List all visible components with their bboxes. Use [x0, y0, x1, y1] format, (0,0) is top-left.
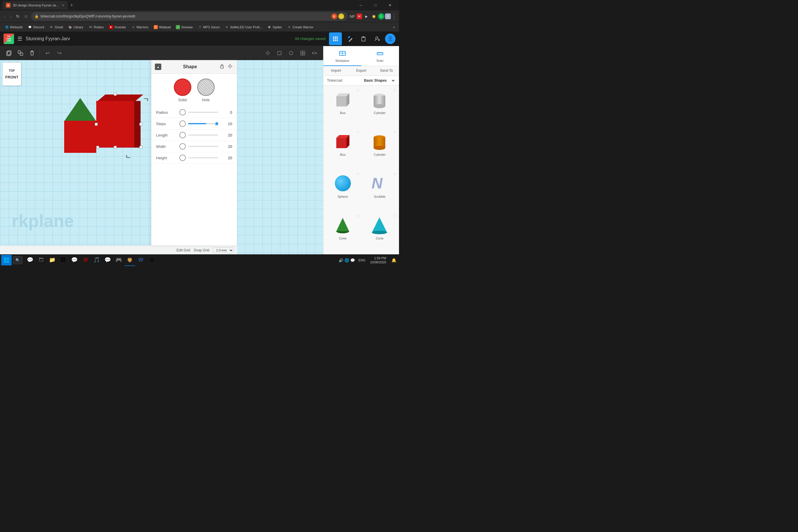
taskbar-clock[interactable]: 1:59 PM 10/08/2020 — [368, 256, 388, 265]
panel-collapse-button[interactable]: ▲ — [155, 63, 161, 70]
height-slider-track[interactable] — [188, 157, 218, 158]
taskbar-app-minecraft[interactable]: 🎮 — [113, 254, 124, 266]
taskbar-app-netflix[interactable]: N — [80, 254, 91, 266]
taskbar-app-brave[interactable]: 🦁 — [125, 254, 135, 266]
shape-item-grey-box[interactable]: ☆ Box — [325, 87, 361, 128]
shape-item-pyramid[interactable]: ☆ Cone — [362, 212, 398, 253]
width-slider-track[interactable] — [188, 146, 218, 147]
bookmark-seesaw[interactable]: S Seesaw — [173, 24, 195, 30]
tinker-button[interactable] — [343, 32, 356, 45]
shape-item-scribble[interactable]: ☆ N Scribble — [362, 170, 398, 211]
bookmark-star-button[interactable]: ☆ — [22, 13, 30, 20]
selection-handle-bl[interactable] — [96, 146, 99, 149]
bookmark-createwarrior[interactable]: ✕ Create Warrior — [285, 24, 316, 30]
taskbar-app-photos[interactable]: 🖼 — [58, 254, 69, 266]
speaker-icon[interactable]: 🔊 — [339, 258, 343, 263]
forward-button[interactable]: › — [8, 13, 14, 20]
rotation-handle[interactable] — [143, 97, 149, 104]
length-circle-input[interactable] — [179, 132, 186, 138]
group-tool-button[interactable] — [298, 48, 308, 58]
taskbar-app-spotify[interactable]: 🎵 — [91, 254, 102, 266]
bookmark-spider[interactable]: 🕷 Spider — [265, 24, 284, 30]
extensions-menu-button[interactable]: ⋮ — [392, 13, 397, 20]
notification-button[interactable]: 🔔 — [390, 254, 398, 266]
send-to-button[interactable]: Send To — [374, 66, 399, 76]
import-button[interactable]: Import — [323, 66, 348, 76]
hamburger-menu-button[interactable]: ☰ — [18, 36, 22, 42]
maximize-button[interactable]: □ — [369, 0, 382, 11]
steps-slider-track[interactable] — [188, 123, 218, 124]
radius-circle-input[interactable] — [179, 109, 186, 115]
grey-cylinder-star-btn[interactable]: ☆ — [393, 88, 397, 93]
taskbar-search-box[interactable]: 🔍 — [13, 256, 22, 264]
export-button[interactable]: Export — [348, 66, 374, 76]
taskbar-app-discord2[interactable]: 💬 — [102, 254, 113, 266]
shape-item-red-box[interactable]: ☆ Box — [325, 128, 361, 169]
active-tab[interactable]: 🏠 3D design Stunning Fyyran-Jarv | T × — [2, 1, 68, 10]
workplane-tool-button[interactable]: Workplane — [323, 46, 361, 66]
bookmark-youtube[interactable]: ▶ Youtube — [107, 24, 128, 30]
bookmark-wattpad[interactable]: W Wattpad — [151, 24, 173, 30]
panel-light-button[interactable] — [227, 63, 233, 71]
solid-button[interactable]: Solid — [174, 78, 191, 102]
selection-handle-left[interactable] — [95, 123, 98, 126]
clipboard-button[interactable] — [357, 32, 370, 45]
bookmark-warriors[interactable]: ⚔ Warriors — [129, 24, 151, 30]
bookmark-gmail[interactable]: ✉ Gmail — [47, 24, 65, 30]
profile-avatar[interactable]: 👤 — [385, 34, 396, 44]
length-slider-track[interactable] — [188, 134, 218, 136]
view-cube-widget[interactable]: TOP FRONT — [2, 62, 21, 86]
taskbar-app-taskview[interactable]: 🗔 — [36, 254, 46, 266]
sphere-star-btn[interactable]: ☆ — [356, 171, 360, 176]
more-bookmarks-btn[interactable]: » — [392, 25, 397, 30]
selection-handle-br[interactable] — [139, 146, 142, 149]
duplicate-button[interactable] — [15, 48, 26, 58]
panel-lock-button[interactable] — [219, 63, 225, 71]
steps-circle-input[interactable] — [179, 120, 186, 127]
red-box-star-btn[interactable]: ☆ — [356, 130, 360, 134]
height-circle-input[interactable] — [179, 155, 186, 161]
taskbar-app-fileexplorer[interactable]: 📁 — [47, 254, 57, 266]
ruler-tool-button[interactable]: Ruler — [361, 46, 399, 66]
cone-star-btn[interactable]: ☆ — [356, 213, 360, 218]
selection-handle-right[interactable] — [139, 123, 142, 126]
square-tool-button[interactable] — [274, 48, 285, 58]
redo-button[interactable]: ↪ — [54, 48, 64, 58]
bookmark-roblox[interactable]: 🎮 Roblox — [86, 24, 106, 30]
selection-handle-bottom[interactable] — [114, 146, 117, 149]
edit-grid-button[interactable]: Edit Grid — [176, 248, 190, 252]
network-icon[interactable]: 🌐 — [344, 258, 349, 263]
taskbar-app-discord[interactable]: 💬 — [69, 254, 80, 266]
grey-box-star-btn[interactable]: ☆ — [356, 88, 360, 93]
refresh-button[interactable]: ↻ — [14, 13, 21, 20]
steps-slider-thumb[interactable] — [215, 121, 219, 126]
add-user-button[interactable] — [371, 32, 384, 45]
mirror-tool-button[interactable] — [309, 48, 320, 58]
circle-tool-button[interactable] — [286, 48, 296, 58]
snap-value-select[interactable]: 1.0 mm 0.5 mm 2.0 mm — [213, 247, 234, 253]
selected-box-group[interactable] — [96, 101, 134, 148]
selection-handle-top[interactable] — [114, 93, 117, 96]
shape-item-sphere[interactable]: ☆ Sphere — [325, 170, 361, 211]
shapes-category-dropdown[interactable]: Basic Shapes Text & Numbers Connectors — [363, 78, 396, 83]
new-tab-button[interactable]: + — [68, 2, 76, 8]
shape-item-grey-cylinder[interactable]: ☆ — [362, 87, 398, 128]
taskbar-app-settings[interactable]: ⚙ — [147, 254, 157, 266]
bottom-rotation-handle[interactable] — [126, 153, 131, 160]
tab-close-btn[interactable]: × — [62, 3, 64, 7]
copy-button[interactable] — [3, 48, 14, 58]
bookmark-webauth[interactable]: 🌐 Webauth — [2, 24, 25, 30]
hole-button[interactable]: Hole — [197, 78, 215, 102]
orange-cylinder-star-btn[interactable]: ☆ — [393, 130, 397, 134]
bookmark-itsmeleded[interactable]: ✕ ItsMeLED User Profi... — [223, 24, 264, 30]
address-bar[interactable]: 🔒 tinkercad.com/things/dkpDpoQWfFJ-stunn… — [31, 12, 348, 21]
scribble-star-btn[interactable]: ☆ — [393, 171, 397, 176]
bookmark-mp3juices[interactable]: 🎵 MP3 Juices — [196, 24, 222, 30]
shape-item-cone[interactable]: ☆ Cone — [325, 212, 361, 253]
bookmark-library[interactable]: 📚 Library — [66, 24, 86, 30]
width-circle-input[interactable] — [179, 143, 186, 150]
shape-item-orange-cylinder[interactable]: ☆ — [362, 128, 398, 169]
grid-view-button[interactable] — [329, 32, 342, 45]
pyramid-star-btn[interactable]: ☆ — [393, 213, 397, 218]
start-button[interactable] — [1, 255, 12, 265]
